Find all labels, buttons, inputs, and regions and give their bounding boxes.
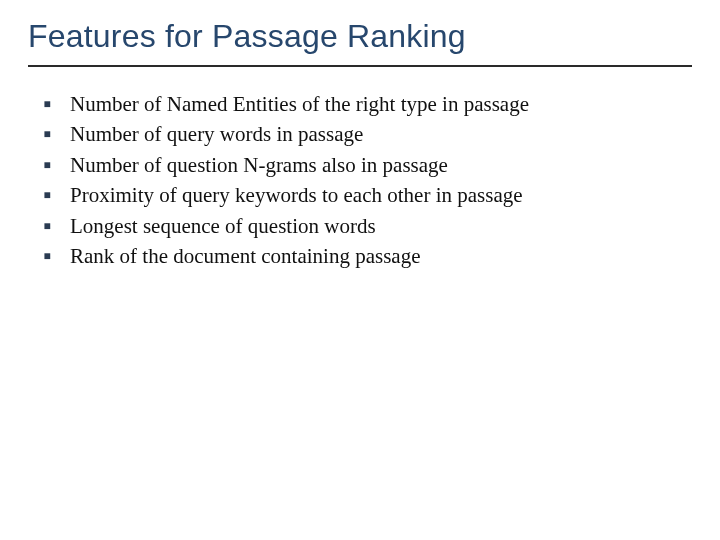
bullet-text: Number of query words in passage — [70, 119, 363, 149]
bullet-icon: ■ — [42, 211, 52, 232]
list-item: ■ Proximity of query keywords to each ot… — [42, 180, 692, 210]
bullet-text: Longest sequence of question words — [70, 211, 376, 241]
bullet-icon: ■ — [42, 89, 52, 110]
list-item: ■ Number of Named Entities of the right … — [42, 89, 692, 119]
slide: Features for Passage Ranking ■ Number of… — [0, 0, 720, 540]
list-item: ■ Number of query words in passage — [42, 119, 692, 149]
list-item: ■ Longest sequence of question words — [42, 211, 692, 241]
bullet-text: Number of question N-grams also in passa… — [70, 150, 448, 180]
bullet-icon: ■ — [42, 241, 52, 262]
slide-body: ■ Number of Named Entities of the right … — [28, 67, 692, 272]
bullet-icon: ■ — [42, 180, 52, 201]
list-item: ■ Rank of the document containing passag… — [42, 241, 692, 271]
bullet-text: Number of Named Entities of the right ty… — [70, 89, 529, 119]
bullet-list: ■ Number of Named Entities of the right … — [42, 89, 692, 272]
list-item: ■ Number of question N-grams also in pas… — [42, 150, 692, 180]
bullet-icon: ■ — [42, 119, 52, 140]
bullet-text: Rank of the document containing passage — [70, 241, 421, 271]
page-title: Features for Passage Ranking — [28, 18, 692, 63]
bullet-text: Proximity of query keywords to each othe… — [70, 180, 523, 210]
bullet-icon: ■ — [42, 150, 52, 171]
